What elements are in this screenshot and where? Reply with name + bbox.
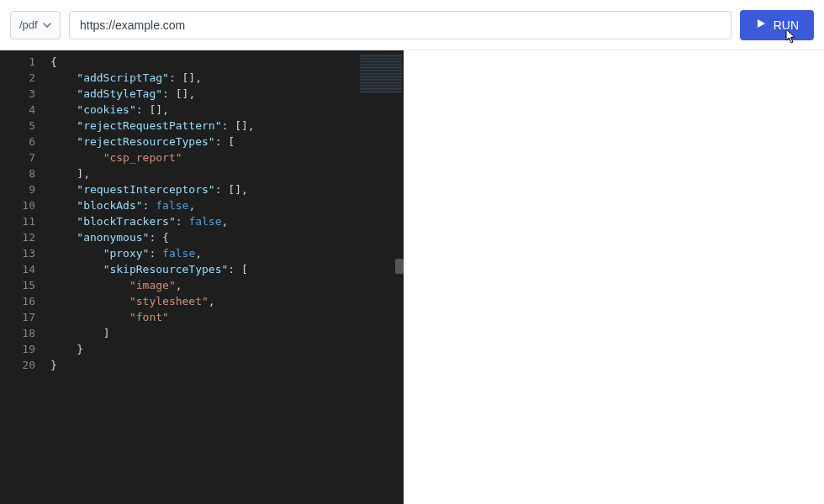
code-line[interactable]: ], (50, 165, 404, 181)
run-button[interactable]: RUN (740, 10, 814, 40)
code-line[interactable]: "blockAds": false, (50, 197, 404, 213)
code-line[interactable]: "addStyleTag": [], (50, 86, 404, 102)
line-number: 4 (8, 102, 35, 118)
play-icon (755, 18, 767, 32)
line-number: 20 (8, 357, 35, 373)
code-line[interactable]: "skipResourceTypes": [ (50, 261, 404, 277)
code-line[interactable]: "blockTrackers": false, (50, 213, 404, 229)
line-number: 3 (8, 86, 35, 102)
code-line[interactable]: "cookies": [], (50, 102, 404, 118)
chevron-down-icon (43, 21, 51, 29)
run-button-label: RUN (774, 18, 799, 32)
main-area: 1234567891011121314151617181920 { "addSc… (0, 50, 824, 504)
line-number: 18 (8, 325, 35, 341)
code-line[interactable]: "requestInterceptors": [], (50, 181, 404, 197)
line-number: 14 (8, 261, 35, 277)
code-line[interactable]: "csp_report" (50, 150, 404, 165)
line-number: 11 (8, 213, 35, 229)
code-line[interactable]: { (50, 54, 404, 70)
line-number: 10 (8, 197, 35, 213)
code-content[interactable]: { "addScriptTag": [], "addStyleTag": [],… (47, 50, 404, 504)
code-editor[interactable]: 1234567891011121314151617181920 { "addSc… (0, 50, 404, 504)
line-number: 5 (8, 118, 35, 134)
code-line[interactable]: } (50, 341, 404, 357)
url-input[interactable] (69, 11, 732, 39)
code-line[interactable]: "stylesheet", (50, 293, 404, 309)
output-pane (404, 50, 824, 504)
line-number: 13 (8, 245, 35, 261)
code-line[interactable]: "addScriptTag": [], (50, 70, 404, 86)
line-number: 2 (8, 70, 35, 86)
endpoint-dropdown-value: /pdf (19, 18, 38, 31)
code-line[interactable]: "anonymous": { (50, 229, 404, 245)
endpoint-dropdown[interactable]: /pdf (10, 11, 61, 39)
code-line[interactable]: "rejectResourceTypes": [ (50, 134, 404, 150)
line-number: 19 (8, 341, 35, 357)
code-line[interactable]: } (50, 357, 404, 373)
line-number: 9 (8, 181, 35, 197)
line-number: 7 (8, 150, 35, 165)
code-line[interactable]: "rejectRequestPattern": [], (50, 118, 404, 134)
line-number: 6 (8, 134, 35, 150)
toolbar: /pdf RUN (0, 0, 824, 50)
line-number: 8 (8, 165, 35, 181)
code-line[interactable]: "font" (50, 309, 404, 325)
code-line[interactable]: ] (50, 325, 404, 341)
code-line[interactable]: "image", (50, 277, 404, 293)
line-number: 17 (8, 309, 35, 325)
line-number: 12 (8, 229, 35, 245)
line-number: 1 (8, 54, 35, 70)
line-number: 15 (8, 277, 35, 293)
line-number: 16 (8, 293, 35, 309)
code-line[interactable]: "proxy": false, (50, 245, 404, 261)
line-number-gutter: 1234567891011121314151617181920 (0, 50, 47, 504)
